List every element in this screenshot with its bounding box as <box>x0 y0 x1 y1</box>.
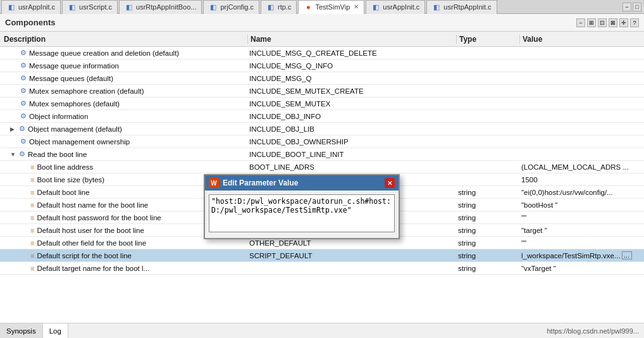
table-row[interactable]: ▶ ⚙ Object management (default) INCLUDE_… <box>0 123 644 135</box>
row-value: "" <box>519 214 644 222</box>
expand-icon[interactable]: ▶ <box>10 126 16 132</box>
dialog-close-button[interactable]: ✕ <box>385 178 395 188</box>
tab-bar: ◧ usrAppInit.c ◧ usrScript.c ◧ usrRtpApp… <box>0 0 644 14</box>
row-value: "" <box>519 239 644 247</box>
table-row[interactable]: ▼ ⚙ Read the boot line INCLUDE_BOOT_LINE… <box>0 148 644 161</box>
synopsis-tab[interactable]: Synopsis <box>0 323 43 339</box>
c-file-icon: ◧ <box>7 3 16 11</box>
row-name: OTHER_DEFAULT <box>247 239 455 247</box>
param-icon: ≡ <box>30 176 34 184</box>
table-row[interactable]: ⚙ Object management ownership INCLUDE_OB… <box>0 135 644 148</box>
table-row[interactable]: ⚙ Message queue creation and deletion (d… <box>0 47 644 59</box>
dialog-title: Edit Parameter Value <box>223 178 298 187</box>
row-value: l_workspace/TestSimRtp.vxe... … <box>519 251 644 260</box>
row-name: INCLUDE_OBJ_LIB <box>247 125 455 133</box>
component-icon: ⚙ <box>20 87 27 95</box>
row-type: string <box>455 265 519 272</box>
collapse-all-button[interactable]: ⊠ <box>609 18 617 27</box>
row-desc: ⚙ Object information <box>0 112 247 120</box>
component-icon: ⚙ <box>19 150 25 158</box>
edit-parameter-dialog: W Edit Parameter Value ✕ <box>204 174 400 239</box>
param-icon: ≡ <box>30 252 34 260</box>
row-desc: ⚙ Mutex semaphores (default) <box>0 99 247 108</box>
param-icon: ≡ <box>30 239 34 247</box>
tab-usrAppInit1[interactable]: ◧ usrAppInit.c <box>1 0 61 14</box>
row-desc: ▶ ⚙ Object management (default) <box>0 125 247 133</box>
toolbar-buttons: − ⊞ ⊡ ⊠ ✛ ? <box>576 18 639 27</box>
tab-usrRtpAppInit[interactable]: ◧ usrRtpAppInit.c <box>426 0 497 14</box>
edit-value-button[interactable]: … <box>622 251 632 260</box>
maximize-button[interactable]: □ <box>633 3 641 11</box>
tab-TestSimVip[interactable]: ● TestSimVip ✕ <box>298 0 364 14</box>
row-name: SCRIPT_DEFAULT <box>247 252 455 260</box>
table-row[interactable]: ⚙ Message queue information INCLUDE_MSG_… <box>0 59 644 72</box>
row-name: INCLUDE_MSG_Q_CREATE_DELETE <box>247 49 455 57</box>
component-icon: ⚙ <box>20 99 27 108</box>
row-name: INCLUDE_MSG_Q <box>247 75 455 82</box>
row-value: "vxTarget " <box>519 265 644 272</box>
component-icon: ⚙ <box>19 125 25 133</box>
component-icon: ⚙ <box>20 61 27 70</box>
c-file-icon: ◧ <box>266 3 275 11</box>
row-desc: ⚙ Object management ownership <box>0 137 247 146</box>
collapse-button[interactable]: − <box>576 18 585 27</box>
add-button[interactable]: ✛ <box>619 18 628 27</box>
row-type: string <box>455 239 519 247</box>
tab-usrScript[interactable]: ◧ usrScript.c <box>62 0 118 14</box>
row-desc: ≡ Default target name for the boot l... <box>0 265 247 272</box>
row-value: "bootHost " <box>519 201 644 209</box>
tab-prjConfig[interactable]: ◧ prjConfig.c <box>203 0 259 14</box>
tab-close-icon[interactable]: ✕ <box>354 3 359 10</box>
tab-usrAppInit2[interactable]: ◧ usrAppInit.c <box>366 0 425 14</box>
component-icon: ⚙ <box>20 49 27 57</box>
expand-all-button[interactable]: ⊡ <box>598 18 607 27</box>
param-icon: ≡ <box>30 201 34 209</box>
row-type: string <box>455 227 519 234</box>
table-row[interactable]: ≡ Default script for the boot line SCRIP… <box>0 249 644 262</box>
table-row[interactable]: ≡ Default target name for the boot l... … <box>0 262 644 275</box>
row-desc: ≡ Boot line address <box>0 163 247 171</box>
status-bar: https://blog.csdn.net/pwl999... <box>547 327 644 335</box>
bottom-panel: Synopsis Log https://blog.csdn.net/pwl99… <box>0 323 644 338</box>
row-desc: ⚙ Message queue creation and deletion (d… <box>0 49 247 57</box>
log-tab[interactable]: Log <box>43 323 68 339</box>
row-name: INCLUDE_OBJ_INFO <box>247 113 455 120</box>
row-name: INCLUDE_SEM_MUTEX_CREATE <box>247 87 455 95</box>
c-file-icon: ◧ <box>125 3 133 11</box>
expand-button[interactable]: ⊞ <box>587 18 596 27</box>
component-icon: ⚙ <box>20 112 27 120</box>
row-type: string <box>455 189 519 196</box>
table-row[interactable]: ⚙ Message queues (default) INCLUDE_MSG_Q <box>0 72 644 85</box>
row-type: string <box>455 201 519 209</box>
col-type: Type <box>457 35 520 44</box>
dialog-body <box>205 191 399 238</box>
row-desc: ≡ Default script for the boot line <box>0 252 247 260</box>
c-file-icon: ◧ <box>209 3 218 11</box>
help-button[interactable]: ? <box>630 18 639 27</box>
row-value: "target " <box>519 227 644 234</box>
table-header: Description Name Type Value <box>0 32 644 47</box>
minimize-button[interactable]: − <box>622 3 631 11</box>
parameter-value-textarea[interactable] <box>209 194 395 232</box>
table-row[interactable]: ⚙ Mutex semaphores (default) INCLUDE_SEM… <box>0 97 644 110</box>
c-file-icon: ◧ <box>68 3 77 11</box>
tab-rtp[interactable]: ◧ rtp.c <box>261 0 297 14</box>
col-value: Value <box>520 35 643 44</box>
row-name: INCLUDE_BOOT_LINE_INIT <box>247 151 455 158</box>
row-name: BOOT_LINE_ADRS <box>247 163 455 171</box>
row-type: string <box>455 214 519 222</box>
row-desc: ⚙ Message queue information <box>0 61 247 70</box>
table-row[interactable]: ⚙ Object information INCLUDE_OBJ_INFO <box>0 110 644 123</box>
vip-file-icon: ● <box>304 3 313 11</box>
dialog-app-icon: W <box>209 178 219 188</box>
tab-usrRtpAppInitBoo[interactable]: ◧ usrRtpAppInitBoo... <box>119 0 202 14</box>
row-desc: ⚙ Message queues (default) <box>0 74 247 82</box>
table-row[interactable]: ≡ Boot line address BOOT_LINE_ADRS (LOCA… <box>0 161 644 173</box>
row-name: INCLUDE_SEM_MUTEX <box>247 100 455 108</box>
row-value: (LOCAL_MEM_LOCAL_ADRS ... <box>519 163 644 171</box>
expand-icon[interactable]: ▼ <box>10 151 16 158</box>
row-type: string <box>455 252 519 260</box>
param-icon: ≡ <box>30 189 34 196</box>
table-row[interactable]: ⚙ Mutex semaphore creation (default) INC… <box>0 85 644 97</box>
col-description: Description <box>1 35 248 44</box>
